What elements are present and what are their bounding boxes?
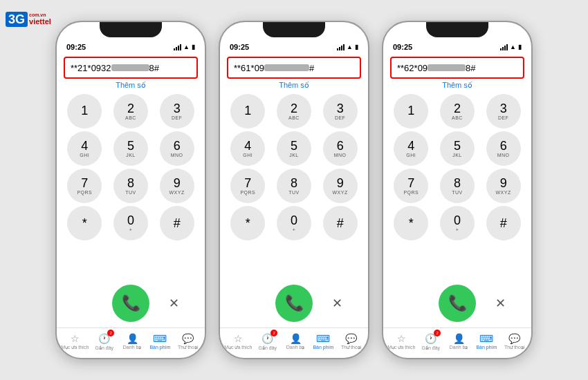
phone-1-dial-display: **21*0932 8# Thêm số: [57, 53, 205, 91]
nav-voicemail[interactable]: 💬 Thư thoại: [176, 333, 201, 350]
phone-3-delete-button[interactable]: ✕: [490, 293, 511, 314]
phone-3-status-bar: 09:25 ▲ ▮: [383, 39, 531, 53]
nav-recents[interactable]: 🕐 2 Gần đây: [255, 332, 280, 351]
key-4[interactable]: 4GHI: [230, 131, 265, 166]
nav-recents[interactable]: 🕐 2 Gần đây: [419, 332, 443, 351]
key-star[interactable]: *: [67, 206, 102, 240]
phone-1-status-icons: ▲ ▮: [174, 44, 195, 50]
nav-voicemail-label: Thư thoại: [341, 345, 361, 350]
phone-2-call-row: 📞 ✕: [220, 281, 368, 327]
key-hash[interactable]: #: [323, 206, 358, 240]
key-1[interactable]: 1: [230, 94, 265, 129]
phone-1-delete-button[interactable]: ✕: [163, 293, 184, 314]
person-icon: 👤: [290, 333, 302, 344]
phone-2: 09:25 ▲ ▮ **61*09 #: [219, 21, 369, 359]
key-3[interactable]: 3DEF: [160, 94, 194, 129]
keypad-row-1: 1 2ABC 3DEF: [64, 94, 198, 129]
key-3[interactable]: 3DEF: [486, 94, 521, 129]
nav-contacts[interactable]: 👤 Danh bạ: [446, 333, 471, 350]
phone-2-prefix: **61*09: [234, 63, 264, 73]
key-8[interactable]: 8TUV: [440, 169, 475, 203]
nav-contacts[interactable]: 👤 Danh bạ: [283, 333, 308, 350]
phone-2-call-button[interactable]: 📞: [275, 285, 313, 322]
phone-3-screen: 09:25 ▲ ▮ **62*09 8#: [383, 22, 531, 358]
key-2[interactable]: 2ABC: [277, 94, 311, 129]
recents-badge: 2: [270, 330, 277, 336]
phone-3-number-box: **62*09 8#: [390, 57, 524, 79]
key-1[interactable]: 1: [67, 94, 102, 129]
recents-badge: 2: [434, 330, 441, 336]
wifi-icon: ▲: [347, 44, 353, 50]
nav-favorites[interactable]: ☆ Mục ưa thích: [224, 333, 252, 350]
key-1[interactable]: 1: [394, 94, 428, 129]
nav-favorites-label: Mục ưa thích: [387, 345, 415, 350]
key-5[interactable]: 5JKL: [440, 131, 475, 166]
key-0[interactable]: 0+: [277, 206, 311, 240]
voicemail-icon: 💬: [508, 333, 520, 344]
nav-contacts[interactable]: 👤 Danh bạ: [120, 333, 145, 350]
key-7[interactable]: 7PQRS: [230, 169, 265, 203]
key-6[interactable]: 6MNO: [323, 131, 358, 166]
key-9[interactable]: 9WXYZ: [486, 169, 521, 203]
key-6[interactable]: 6MNO: [160, 131, 194, 166]
phone-3-call-row: 📞 ✕: [383, 281, 531, 327]
phone-1-call-button[interactable]: 📞: [112, 285, 149, 322]
phone-3-status-icons: ▲ ▮: [500, 44, 522, 50]
key-star[interactable]: *: [394, 206, 428, 240]
phone-1-label: Thêm số: [64, 81, 198, 90]
key-0[interactable]: 0+: [440, 206, 475, 240]
key-6[interactable]: 6MNO: [486, 131, 521, 166]
nav-keypad-label: Bàn phím: [313, 345, 333, 350]
key-4[interactable]: 4GHI: [67, 131, 102, 166]
recents-badge: 2: [107, 330, 114, 336]
phone-3-dial-display: **62*09 8# Thêm số: [383, 53, 531, 91]
nav-keypad[interactable]: ⌨ Bàn phím: [147, 333, 172, 350]
delete-icon: ✕: [169, 296, 179, 311]
voicemail-icon: 💬: [182, 333, 194, 344]
phone-3-suffix: 8#: [466, 63, 475, 73]
phone-3-notch: [426, 22, 488, 37]
phone-2-suffix: #: [309, 63, 314, 73]
nav-recents[interactable]: 🕐 2 Gần đây: [92, 332, 117, 351]
key-0[interactable]: 0+: [113, 206, 148, 240]
key-9[interactable]: 9WXYZ: [323, 169, 358, 203]
phone-1-status-bar: 09:25 ▲ ▮: [57, 39, 205, 53]
key-hash[interactable]: #: [160, 206, 194, 240]
key-5[interactable]: 5JKL: [277, 131, 311, 166]
nav-favorites[interactable]: ☆ Mục ưa thích: [387, 333, 415, 350]
nav-recents-label: Gần đây: [258, 345, 277, 351]
phone-3-call-button[interactable]: 📞: [439, 285, 476, 322]
phone-1-screen: 09:25 ▲ ▮ **21*0932 8#: [57, 22, 205, 358]
phone-icon: 📞: [448, 294, 467, 312]
nav-keypad[interactable]: ⌨ Bàn phím: [474, 333, 499, 350]
phone-2-bottom-nav: ☆ Mục ưa thích 🕐 2 Gần đây 👤 Danh bạ ⌨: [220, 327, 368, 358]
key-hash[interactable]: #: [486, 206, 521, 240]
nav-favorites[interactable]: ☆ Mục ưa thích: [61, 333, 89, 350]
nav-voicemail[interactable]: 💬 Thư thoại: [502, 333, 527, 350]
key-7[interactable]: 7PQRS: [394, 169, 428, 203]
phone-2-number-box: **61*09 #: [227, 57, 361, 79]
key-5[interactable]: 5JKL: [113, 131, 148, 166]
key-9[interactable]: 9WXYZ: [160, 169, 194, 203]
keypad-row-2: 4GHI 5JKL 6MNO: [64, 131, 198, 166]
phone-2-dial-display: **61*09 # Thêm số: [220, 53, 368, 91]
key-2[interactable]: 2ABC: [113, 94, 148, 129]
nav-voicemail[interactable]: 💬 Thư thoại: [339, 333, 364, 350]
keypad-row-4: * 0+ #: [390, 206, 524, 240]
star-icon: ☆: [234, 333, 243, 344]
key-2[interactable]: 2ABC: [440, 94, 475, 129]
nav-keypad-label: Bàn phím: [476, 345, 497, 350]
keypad-row-4: * 0+ #: [227, 206, 361, 240]
logo: 3G com.vn viettel: [6, 6, 54, 33]
key-8[interactable]: 8TUV: [113, 169, 148, 203]
signal-icon: [500, 44, 508, 50]
key-7[interactable]: 7PQRS: [67, 169, 102, 203]
key-3[interactable]: 3DEF: [323, 94, 358, 129]
key-star[interactable]: *: [230, 206, 265, 240]
nav-keypad[interactable]: ⌨ Bàn phím: [311, 333, 336, 350]
phone-icon: 📞: [122, 294, 140, 312]
key-8[interactable]: 8TUV: [277, 169, 311, 203]
phone-2-delete-button[interactable]: ✕: [327, 293, 347, 314]
key-4[interactable]: 4GHI: [394, 131, 428, 166]
phone-1-suffix: 8#: [149, 63, 159, 73]
